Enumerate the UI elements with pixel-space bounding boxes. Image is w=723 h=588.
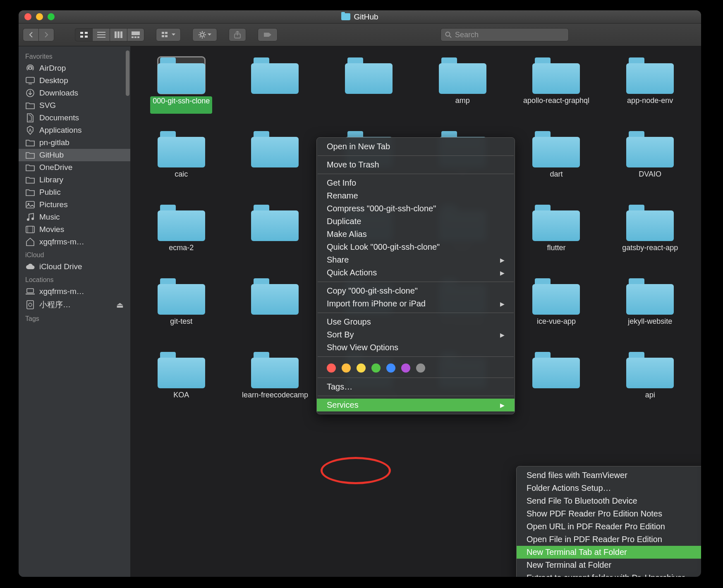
folder-item[interactable]: app-node-env xyxy=(607,57,693,114)
sidebar-item[interactable]: Public xyxy=(19,186,130,198)
desktop-icon xyxy=(25,76,35,85)
context-menu-item[interactable]: Make Alias xyxy=(317,228,515,241)
sidebar-item[interactable]: Library xyxy=(19,174,130,186)
sidebar-item-label: OneDrive xyxy=(39,163,72,172)
sidebar-item[interactable]: Movies xyxy=(19,223,130,236)
scrollbar[interactable] xyxy=(126,50,129,96)
folder-item[interactable] xyxy=(232,204,318,261)
share-button[interactable] xyxy=(229,28,246,41)
svg-rect-39 xyxy=(26,226,34,233)
folder-item[interactable]: ice-vue-app xyxy=(514,277,599,335)
folder-item[interactable]: caic xyxy=(139,130,224,187)
sidebar-item[interactable]: Pictures xyxy=(19,198,130,211)
list-view-button[interactable] xyxy=(92,28,110,41)
folder-item[interactable] xyxy=(232,57,318,114)
context-menu[interactable]: Open in New TabMove to TrashGet InfoRena… xyxy=(316,137,515,414)
sidebar-item[interactable]: OneDrive xyxy=(19,161,130,174)
tag-color[interactable] xyxy=(386,363,395,373)
folder-item[interactable]: KOA xyxy=(139,351,224,408)
gallery-view-button[interactable] xyxy=(127,28,144,41)
folder-item[interactable]: flutter xyxy=(514,204,599,261)
submenu-item[interactable]: Send File To Bluetooth Device xyxy=(517,495,701,507)
folder-item[interactable]: 000-git-ssh-clone xyxy=(139,57,224,114)
submenu-item[interactable]: Open File in PDF Reader Pro Edition xyxy=(517,533,701,546)
context-menu-item[interactable]: Duplicate xyxy=(317,215,515,228)
icon-view-button[interactable] xyxy=(75,28,92,41)
context-menu-item[interactable]: Share▶ xyxy=(317,253,515,266)
folder-item[interactable] xyxy=(514,351,599,408)
submenu-item[interactable]: Extract to current folder with Dr. Unarc… xyxy=(517,571,701,577)
sidebar-item[interactable]: pn-gitlab xyxy=(19,136,130,149)
folder-icon xyxy=(251,130,299,167)
sidebar-item[interactable]: xgqfrms-m… xyxy=(19,236,130,248)
sidebar-item[interactable]: 小程序…⏏ xyxy=(19,298,130,312)
submenu-item[interactable]: Folder Actions Setup… xyxy=(517,482,701,495)
context-menu-item[interactable]: Get Info xyxy=(317,177,515,189)
context-menu-item[interactable]: Quick Look "000-git-ssh-clone" xyxy=(317,241,515,253)
context-menu-item[interactable]: Move to Trash xyxy=(317,158,515,171)
services-submenu[interactable]: Send files with TeamViewerFolder Actions… xyxy=(516,466,701,577)
folder-item[interactable]: dart xyxy=(514,130,599,187)
context-menu-item[interactable]: Quick Actions▶ xyxy=(317,266,515,279)
svg-rect-42 xyxy=(27,289,34,293)
tag-color[interactable] xyxy=(416,363,425,373)
svg-rect-13 xyxy=(137,36,139,38)
back-button[interactable] xyxy=(23,28,38,41)
folder-item[interactable]: api xyxy=(607,351,693,408)
action-button[interactable] xyxy=(192,28,217,41)
svg-rect-44 xyxy=(27,301,34,309)
folder-item[interactable]: git-test xyxy=(139,277,224,335)
search-input[interactable]: Search xyxy=(441,28,569,41)
tag-color[interactable] xyxy=(327,363,336,373)
sidebar-item[interactable]: Music xyxy=(19,211,130,223)
sidebar-item[interactable]: SVG xyxy=(19,99,130,112)
tags-button[interactable] xyxy=(258,28,278,41)
folder-item[interactable]: amp xyxy=(420,57,505,114)
submenu-item[interactable]: New Terminal at Folder xyxy=(517,559,701,571)
sidebar-item-label: pn-gitlab xyxy=(39,138,69,147)
group-by-button[interactable] xyxy=(156,28,181,41)
sidebar-item[interactable]: iCloud Drive xyxy=(19,261,130,273)
context-menu-item[interactable]: Rename xyxy=(317,189,515,202)
context-menu-item[interactable]: Tags… xyxy=(317,380,515,393)
context-menu-item[interactable]: Compress "000-git-ssh-clone" xyxy=(317,202,515,215)
submenu-item[interactable]: New Terminal Tab at Folder xyxy=(517,546,701,559)
context-menu-item[interactable]: Show View Options xyxy=(317,341,515,354)
context-menu-item[interactable]: Sort By▶ xyxy=(317,328,515,341)
sidebar-item[interactable]: Desktop xyxy=(19,74,130,87)
context-menu-item[interactable]: Use Groups xyxy=(317,316,515,328)
folder-item[interactable]: gatsby-react-app xyxy=(607,204,693,261)
submenu-item[interactable]: Open URL in PDF Reader Pro Edition xyxy=(517,520,701,533)
folder-icon xyxy=(158,57,205,94)
sidebar-item[interactable]: GitHub xyxy=(19,149,130,161)
folder-item[interactable]: DVAIO xyxy=(607,130,693,187)
forward-button[interactable] xyxy=(38,28,54,41)
sidebar-item[interactable]: AApplications xyxy=(19,124,130,136)
folder-item[interactable] xyxy=(326,57,412,114)
folder-item[interactable]: learn-freecodecamp xyxy=(232,351,318,408)
sidebar-item[interactable]: Documents xyxy=(19,112,130,124)
sidebar-item[interactable]: AirDrop xyxy=(19,62,130,74)
context-menu-item[interactable]: Copy "000-git-ssh-clone" xyxy=(317,284,515,297)
tag-color[interactable] xyxy=(342,363,351,373)
column-view-button[interactable] xyxy=(110,28,127,41)
sidebar-item-label: xgqfrms-m… xyxy=(39,287,84,296)
folder-item[interactable]: ecma-2 xyxy=(139,204,224,261)
eject-icon[interactable]: ⏏ xyxy=(116,300,124,310)
sidebar-item[interactable]: xgqfrms-m… xyxy=(19,285,130,298)
folder-item[interactable]: apollo-react-graphql xyxy=(514,57,599,114)
context-menu-item[interactable]: Import from iPhone or iPad▶ xyxy=(317,297,515,310)
context-menu-item[interactable]: Open in New Tab xyxy=(317,140,515,153)
context-menu-item[interactable]: Services▶ xyxy=(317,399,515,411)
tag-color[interactable] xyxy=(401,363,410,373)
submenu-item[interactable]: Send files with TeamViewer xyxy=(517,469,701,482)
chevron-right-icon: ▶ xyxy=(500,402,505,409)
folder-item[interactable]: jekyll-website xyxy=(607,277,693,335)
folder-item[interactable] xyxy=(232,277,318,335)
tag-color[interactable] xyxy=(371,363,381,373)
tag-color[interactable] xyxy=(357,363,366,373)
sidebar-item-label: Music xyxy=(39,213,60,222)
submenu-item[interactable]: Show PDF Reader Pro Edition Notes xyxy=(517,507,701,520)
sidebar-item[interactable]: Downloads xyxy=(19,87,130,99)
folder-item[interactable] xyxy=(232,130,318,187)
